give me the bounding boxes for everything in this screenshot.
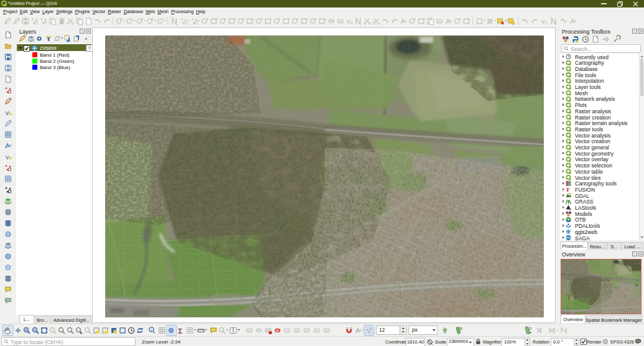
svg-text:T: T <box>232 328 235 334</box>
svg-text:ab: ab <box>305 329 309 332</box>
svg-text:Vector selection: Vector selection <box>575 162 612 169</box>
svg-text:ab: ab <box>330 19 334 23</box>
svg-text:»: » <box>85 36 88 42</box>
svg-text:GRASS: GRASS <box>575 199 594 205</box>
svg-text:F: F <box>567 187 571 193</box>
svg-text:Interpolation: Interpolation <box>575 78 604 84</box>
svg-text:Layer tools: Layer tools <box>575 84 601 90</box>
svg-text:Network analysis: Network analysis <box>575 96 615 102</box>
svg-text:Raster creation: Raster creation <box>575 115 611 121</box>
svg-text:Raster tools: Raster tools <box>575 126 603 133</box>
svg-text:Vector overlay: Vector overlay <box>575 156 609 162</box>
svg-text:Raster analysis: Raster analysis <box>575 108 611 115</box>
svg-text:ab: ab <box>285 329 289 332</box>
svg-text:ab: ab <box>295 329 299 332</box>
svg-text:SAGA: SAGA <box>575 235 590 241</box>
svg-text:LAStools: LAStools <box>575 205 596 211</box>
svg-text:ab: ab <box>438 19 442 23</box>
svg-text:ab: ab <box>315 329 319 332</box>
svg-text:px: px <box>412 327 418 333</box>
svg-text:Vector table: Vector table <box>575 169 603 175</box>
svg-text:Vector tiles: Vector tiles <box>575 175 601 181</box>
svg-text:Raster terrain analysis: Raster terrain analysis <box>575 120 628 126</box>
svg-text:V: V <box>541 19 545 25</box>
svg-text:ab: ab <box>325 329 329 332</box>
svg-text:Vector analysis: Vector analysis <box>575 133 610 139</box>
svg-text:OTB: OTB <box>575 217 586 223</box>
svg-text:Plots: Plots <box>575 102 587 108</box>
svg-text:Mesh: Mesh <box>575 90 588 96</box>
svg-text:ab: ab <box>248 329 251 332</box>
svg-text:V: V <box>6 110 9 116</box>
svg-text:GDAL: GDAL <box>575 193 589 199</box>
svg-text:Σ: Σ <box>179 327 183 335</box>
svg-text:FUSION: FUSION <box>575 187 595 193</box>
svg-text:Models: Models <box>575 211 592 217</box>
svg-text:i: i <box>151 327 152 332</box>
svg-text:qgis2web: qgis2web <box>575 229 597 235</box>
svg-text:Vector general: Vector general <box>575 144 609 151</box>
svg-text:ab: ab <box>276 329 279 332</box>
svg-text:Recently used: Recently used <box>575 54 609 60</box>
svg-text:12: 12 <box>379 327 385 333</box>
svg-text:File tools: File tools <box>575 72 596 78</box>
svg-text:Cartography: Cartography <box>575 60 605 66</box>
svg-text:ab: ab <box>338 19 342 23</box>
svg-text:PDALtools: PDALtools <box>575 223 600 229</box>
svg-text:Database: Database <box>575 66 598 72</box>
svg-text:V: V <box>347 19 350 25</box>
svg-text:Cartography tools: Cartography tools <box>575 180 617 187</box>
svg-text:V: V <box>6 154 9 161</box>
svg-text:Vector geometry: Vector geometry <box>575 151 614 157</box>
svg-text:Vector creation: Vector creation <box>575 138 610 144</box>
svg-text:ab: ab <box>257 329 261 332</box>
